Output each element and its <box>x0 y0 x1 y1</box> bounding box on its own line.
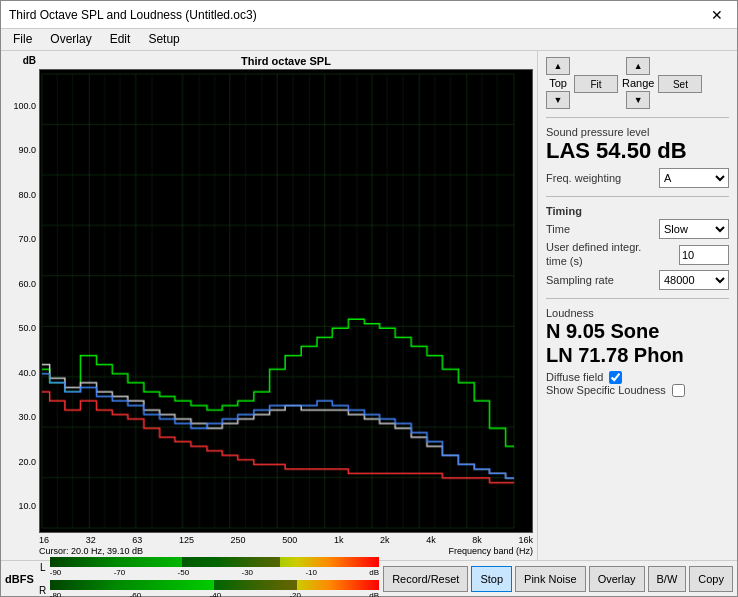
nav-fit-group: Fit <box>574 57 618 93</box>
l-meter-bar: -90 -70 -50 -30 -10 dB <box>50 557 379 577</box>
x-tick-2k: 2k <box>380 535 390 545</box>
y-tick-90: 90.0 <box>18 145 36 155</box>
spl-section: Sound pressure level LAS 54.50 dB Freq. … <box>546 126 729 188</box>
menu-setup[interactable]: Setup <box>140 31 187 48</box>
y-tick-40: 40.0 <box>18 368 36 378</box>
x-tick-32: 32 <box>86 535 96 545</box>
y-tick-70: 70.0 <box>18 234 36 244</box>
content-area: dB 100.0 90.0 80.0 70.0 60.0 50.0 40.0 3… <box>1 51 737 560</box>
window-title: Third Octave SPL and Loudness (Untitled.… <box>9 8 257 22</box>
cursor-info: Cursor: 20.0 Hz, 39.10 dB <box>39 546 143 556</box>
nav-top-group: ▲ Top ▼ <box>546 57 570 109</box>
divider-1 <box>546 117 729 118</box>
divider-2 <box>546 196 729 197</box>
freq-weighting-select[interactable]: A B C Z <box>659 168 729 188</box>
chart-wrapper: dB 100.0 90.0 80.0 70.0 60.0 50.0 40.0 3… <box>5 55 533 556</box>
user-integ-row: User defined integr. time (s) <box>546 241 729 267</box>
l-channel-label: L <box>38 562 48 573</box>
sampling-rate-label: Sampling rate <box>546 274 614 286</box>
x-tick-125: 125 <box>179 535 194 545</box>
range-label: Range <box>622 77 654 89</box>
menu-bar: File Overlay Edit Setup <box>1 29 737 51</box>
y-tick-60: 60.0 <box>18 279 36 289</box>
timing-section: Timing Time Fast Slow Impulse User defin… <box>546 205 729 289</box>
fit-button[interactable]: Fit <box>574 75 618 93</box>
menu-overlay[interactable]: Overlay <box>42 31 99 48</box>
close-button[interactable]: ✕ <box>705 5 729 25</box>
y-tick-100: 100.0 <box>13 101 36 111</box>
time-row: Time Fast Slow Impulse <box>546 219 729 239</box>
bottom-strip: dBFS L -90 -70 -50 -30 -10 dB <box>1 560 737 596</box>
loudness-section-label: Loudness <box>546 307 729 319</box>
y-tick-30: 30.0 <box>18 412 36 422</box>
l-channel-row: L -90 -70 -50 -30 -10 dB <box>38 557 379 577</box>
user-integ-input[interactable] <box>679 245 729 265</box>
x-tick-63: 63 <box>132 535 142 545</box>
record-reset-button[interactable]: Record/Reset <box>383 566 468 592</box>
time-label: Time <box>546 223 570 235</box>
top-down-button[interactable]: ▼ <box>546 91 570 109</box>
sampling-rate-select[interactable]: 44100 48000 96000 <box>659 270 729 290</box>
r-channel-label: R <box>38 585 48 596</box>
overlay-button[interactable]: Overlay <box>589 566 645 592</box>
loudness-ln-value: LN 71.78 Phon <box>546 343 729 367</box>
set-button[interactable]: Set <box>658 75 702 93</box>
stop-button[interactable]: Stop <box>471 566 512 592</box>
level-meters: L -90 -70 -50 -30 -10 dB <box>38 557 379 597</box>
chart-title: Third octave SPL <box>39 55 533 67</box>
diffuse-field-label: Diffuse field <box>546 371 603 383</box>
range-down-button[interactable]: ▼ <box>626 91 650 109</box>
show-specific-checkbox[interactable] <box>672 384 685 397</box>
chart-area[interactable]: A R T A <box>39 69 533 533</box>
title-bar: Third Octave SPL and Loudness (Untitled.… <box>1 1 737 29</box>
main-window: Third Octave SPL and Loudness (Untitled.… <box>0 0 738 597</box>
x-axis-info: Cursor: 20.0 Hz, 39.10 dB Frequency band… <box>39 545 533 556</box>
nav-set-group: Set <box>658 57 702 93</box>
range-up-button[interactable]: ▲ <box>626 57 650 75</box>
bottom-buttons: Record/Reset Stop Pink Noise Overlay B/W… <box>383 566 733 592</box>
x-tick-1k: 1k <box>334 535 344 545</box>
y-tick-50: 50.0 <box>18 323 36 333</box>
loudness-section: Loudness N 9.05 Sone LN 71.78 Phon Diffu… <box>546 307 729 397</box>
sampling-rate-row: Sampling rate 44100 48000 96000 <box>546 270 729 290</box>
chart-svg <box>40 70 532 532</box>
x-axis: 16 32 63 125 250 500 1k 2k 4k 8k 16k <box>39 533 533 545</box>
freq-weighting-label: Freq. weighting <box>546 172 621 184</box>
bw-button[interactable]: B/W <box>648 566 687 592</box>
spl-section-label: Sound pressure level <box>546 126 729 138</box>
spl-value: LAS 54.50 dB <box>546 138 729 164</box>
x-tick-250: 250 <box>231 535 246 545</box>
show-specific-row: Show Specific Loudness <box>546 384 729 397</box>
y-axis: dB 100.0 90.0 80.0 70.0 60.0 50.0 40.0 3… <box>5 55 39 556</box>
loudness-n-value: N 9.05 Sone <box>546 319 729 343</box>
show-specific-label: Show Specific Loudness <box>546 384 666 396</box>
copy-button[interactable]: Copy <box>689 566 733 592</box>
diffuse-field-checkbox[interactable] <box>609 371 622 384</box>
x-tick-500: 500 <box>282 535 297 545</box>
diffuse-field-row: Diffuse field <box>546 371 729 384</box>
menu-edit[interactable]: Edit <box>102 31 139 48</box>
dbfs-label: dBFS <box>5 573 34 585</box>
y-tick-10: 10.0 <box>18 501 36 511</box>
pink-noise-button[interactable]: Pink Noise <box>515 566 586 592</box>
x-tick-4k: 4k <box>426 535 436 545</box>
y-tick-20: 20.0 <box>18 457 36 467</box>
right-panel: ▲ Top ▼ Fit ▲ Range ▼ Set <box>537 51 737 560</box>
top-label: Top <box>549 77 567 89</box>
r-meter-bar: -80 -60 -40 -20 dB <box>50 580 379 597</box>
timing-label: Timing <box>546 205 729 217</box>
top-up-button[interactable]: ▲ <box>546 57 570 75</box>
user-integ-label: User defined integr. time (s) <box>546 241 646 267</box>
time-select[interactable]: Fast Slow Impulse <box>659 219 729 239</box>
y-label-db: dB <box>23 55 36 66</box>
nav-range-group: ▲ Range ▼ <box>622 57 654 109</box>
nav-buttons: ▲ Top ▼ Fit ▲ Range ▼ Set <box>546 57 729 109</box>
x-tick-8k: 8k <box>472 535 482 545</box>
menu-file[interactable]: File <box>5 31 40 48</box>
chart-panel: dB 100.0 90.0 80.0 70.0 60.0 50.0 40.0 3… <box>1 51 537 560</box>
x-tick-16k: 16k <box>518 535 533 545</box>
freq-weighting-row: Freq. weighting A B C Z <box>546 168 729 188</box>
divider-3 <box>546 298 729 299</box>
r-channel-row: R -80 -60 -40 -20 dB <box>38 580 379 597</box>
y-tick-80: 80.0 <box>18 190 36 200</box>
